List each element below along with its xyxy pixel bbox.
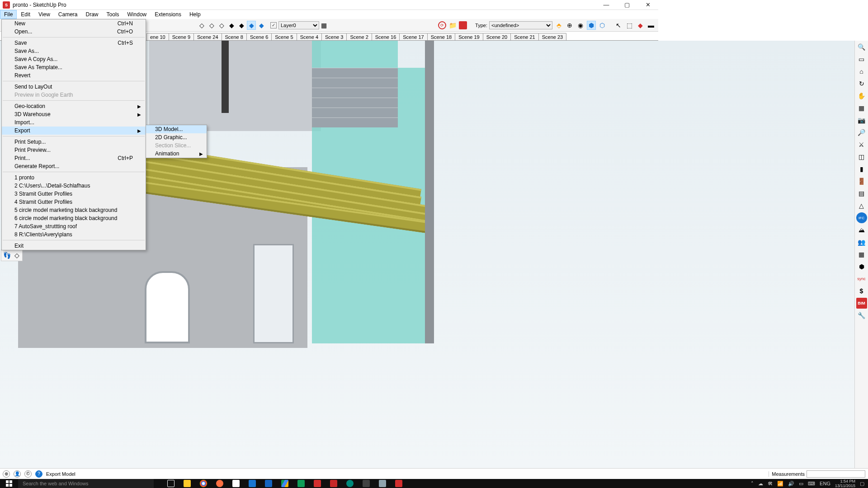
layer-selector: ✓ Layer0 ▦ <box>270 21 328 30</box>
scene-tab[interactable]: Scene 24 <box>193 33 222 40</box>
file-menu-item[interactable]: 3 Stramit Gutter Profiles <box>2 190 146 198</box>
maximize-button[interactable]: ▢ <box>617 0 637 10</box>
menubar: File Edit View Camera Draw Tools Window … <box>0 10 658 19</box>
record-icon[interactable]: ⟳ <box>438 21 446 29</box>
file-menu-item[interactable]: SaveCtrl+S <box>2 39 146 47</box>
scene-tab[interactable]: Scene 18 <box>427 33 455 40</box>
file-menu-item[interactable]: 8 R:\Clients\Avery\plans <box>2 230 146 239</box>
scene-tab[interactable]: Scene 6 <box>246 33 272 40</box>
eraser-icon[interactable]: ▬ <box>646 21 656 30</box>
window-title: pronto - SketchUp Pro <box>13 2 66 8</box>
menu-extensions[interactable]: Extensions <box>151 10 185 19</box>
minimize-button[interactable]: — <box>596 0 617 10</box>
box-icon[interactable]: ⬢ <box>587 21 596 30</box>
file-menu-item[interactable]: Exit <box>2 242 146 250</box>
export-submenu-item[interactable]: 2D Graphic... <box>146 133 207 141</box>
file-menu-item[interactable]: 3D Warehouse▶ <box>2 110 146 118</box>
file-menu-item[interactable]: 2 C:\Users\...\Detail-Schlafhaus <box>2 182 146 190</box>
style-icon[interactable]: ◆ <box>257 21 266 30</box>
left-float-toolbar: 👣 ◇ <box>1 249 23 261</box>
shaded-textures-icon[interactable]: ◆ <box>237 21 246 30</box>
file-menu-item[interactable]: Revert <box>2 71 146 80</box>
menu-help[interactable]: Help <box>185 10 205 19</box>
export-submenu-item[interactable]: 3D Model... <box>146 125 207 133</box>
file-menu-item[interactable]: Open...Ctrl+O <box>2 28 146 36</box>
file-menu-item[interactable]: Import... <box>2 118 146 127</box>
file-menu-item[interactable]: Geo-location▶ <box>2 102 146 110</box>
diamond-icon[interactable]: ◇ <box>12 251 21 260</box>
wireframe-icon[interactable]: ◇ <box>207 21 216 30</box>
file-menu-item[interactable]: 7 AutoSave_struttting roof <box>2 222 146 230</box>
camera-icon[interactable] <box>459 21 467 29</box>
titlebar: S pronto - SketchUp Pro — ▢ ✕ <box>0 0 658 10</box>
file-menu-item[interactable]: 6 circle model marketing black backgroun… <box>2 214 146 222</box>
select-icon[interactable]: ↖ <box>614 21 623 30</box>
export-submenu: 3D Model...2D Graphic...Section Slice...… <box>146 125 207 158</box>
folder-icon[interactable]: 📁 <box>448 21 457 30</box>
scene-tab[interactable]: Scene 20 <box>483 33 511 40</box>
file-menu-item: Preview in Google Earth <box>2 91 146 99</box>
scene-tab[interactable]: Scene 2 <box>346 33 372 40</box>
file-menu-item[interactable]: Send to LayOut <box>2 83 146 91</box>
material-icon[interactable]: ◆ <box>636 21 645 30</box>
monochrome-icon[interactable]: ◆ <box>247 21 256 30</box>
scene-tab[interactable]: Scene 21 <box>510 33 538 40</box>
close-button[interactable]: ✕ <box>637 0 658 10</box>
layer-manager-icon[interactable]: ▦ <box>319 21 328 30</box>
type-dropdown[interactable]: <undefined> <box>489 21 552 29</box>
file-menu-item[interactable]: 1 pronto <box>2 174 146 182</box>
file-menu-item[interactable]: Print Setup... <box>2 138 146 146</box>
file-menu-item[interactable]: Print...Ctrl+P <box>2 154 146 162</box>
paint-icon[interactable]: ⬚ <box>625 21 634 30</box>
scene-tab[interactable]: Scene 23 <box>538 33 566 40</box>
menu-window[interactable]: Window <box>123 10 151 19</box>
hidden-line-icon[interactable]: ◇ <box>217 21 226 30</box>
menu-camera[interactable]: Camera <box>54 10 82 19</box>
xray-icon[interactable]: ◇ <box>197 21 206 30</box>
file-menu-dropdown: NewCtrl+NOpen...Ctrl+OSaveCtrl+SSave As.… <box>1 19 146 250</box>
scene-tab[interactable]: Scene 17 <box>399 33 427 40</box>
menu-tools[interactable]: Tools <box>103 10 123 19</box>
tag-icon[interactable]: ⬘ <box>554 21 563 30</box>
layer-dropdown[interactable]: Layer0 <box>278 21 319 29</box>
file-menu-item[interactable]: Generate Report... <box>2 162 146 170</box>
file-menu-item[interactable]: Save As Template... <box>2 63 146 71</box>
layer-visible-checkbox[interactable]: ✓ <box>270 22 277 28</box>
scene-tab[interactable]: Scene 4 <box>297 33 322 40</box>
scene-tab[interactable]: Scene 19 <box>455 33 483 40</box>
file-menu-item[interactable]: NewCtrl+N <box>2 19 146 28</box>
app-icon: S <box>3 1 10 9</box>
file-menu-item[interactable]: Export▶ <box>2 127 146 135</box>
menu-edit[interactable]: Edit <box>17 10 34 19</box>
type-label: Type: <box>475 23 487 28</box>
shaded-icon[interactable]: ◆ <box>227 21 236 30</box>
file-menu-item[interactable]: Save As... <box>2 47 146 55</box>
scene-tab[interactable]: Scene 16 <box>372 33 400 40</box>
scene-tab[interactable]: Scene 9 <box>169 33 194 40</box>
globe-icon[interactable]: ◉ <box>576 21 585 30</box>
file-menu-item[interactable]: 5 circle model marketing black backgroun… <box>2 206 146 214</box>
menu-view[interactable]: View <box>34 10 54 19</box>
file-menu-item[interactable]: 4 Stramit Gutter Profiles <box>2 198 146 206</box>
menu-file[interactable]: File <box>0 10 17 19</box>
scene-tab[interactable]: Scene 5 <box>271 33 297 40</box>
compass-icon[interactable]: ⊕ <box>565 21 574 30</box>
footprints-icon[interactable]: 👣 <box>2 251 11 260</box>
export-submenu-item[interactable]: Animation▶ <box>146 150 207 158</box>
export-submenu-item: Section Slice... <box>146 141 207 150</box>
file-menu-item[interactable]: Print Preview... <box>2 146 146 154</box>
file-menu-item[interactable]: Save A Copy As... <box>2 55 146 63</box>
menu-draw[interactable]: Draw <box>82 10 103 19</box>
scene-tab[interactable]: Scene 3 <box>321 33 347 40</box>
scene-tab[interactable]: ene 10 <box>146 33 169 40</box>
cube-icon[interactable]: ⬡ <box>598 21 607 30</box>
scene-tab[interactable]: Scene 8 <box>222 33 247 40</box>
